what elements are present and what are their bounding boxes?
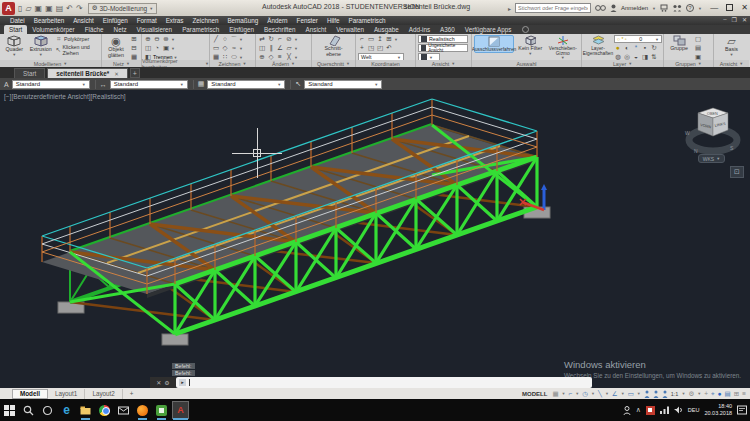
green-app-button[interactable] bbox=[152, 400, 171, 420]
hatch-icon[interactable]: ▦ bbox=[212, 53, 220, 60]
group-select-icon[interactable]: ▣ bbox=[694, 53, 702, 60]
ribbon-tab-netz[interactable]: Netz bbox=[109, 25, 132, 34]
chevron-down-icon[interactable]: ▼ bbox=[575, 391, 579, 396]
chevron-down-icon[interactable]: ▼ bbox=[681, 391, 685, 396]
panel-label-querschnitt[interactable]: Querschnitt ▼ bbox=[312, 60, 355, 67]
new-layout-button[interactable]: + bbox=[123, 389, 141, 399]
edge-button[interactable]: e bbox=[57, 400, 76, 420]
chevron-down-icon[interactable]: ▼ bbox=[621, 391, 625, 396]
panel-label-layer[interactable]: Layer ▼ bbox=[582, 60, 663, 67]
wrench-icon[interactable]: ⚙ bbox=[164, 379, 169, 386]
text-style-icon[interactable]: A bbox=[4, 81, 9, 88]
menu-bearbeiten[interactable]: Bearbeiten bbox=[34, 17, 64, 24]
people-icon[interactable] bbox=[623, 406, 631, 415]
menu-ansicht[interactable]: Ansicht bbox=[73, 17, 94, 24]
annotation-scale-person-icon[interactable] bbox=[662, 390, 668, 398]
panel-label-koordinaten[interactable]: Koordinaten bbox=[356, 60, 415, 67]
layer-freeze-icon[interactable]: * bbox=[632, 44, 640, 52]
layer-walk-icon[interactable]: ◎ bbox=[623, 53, 631, 60]
tray-app-icon[interactable] bbox=[646, 406, 655, 415]
wks-dropdown[interactable]: WKS ▼ bbox=[698, 154, 725, 163]
close-button[interactable]: ✕ bbox=[741, 3, 748, 12]
mleader-style-combo[interactable]: Standard ▼ bbox=[304, 80, 382, 89]
new-file-icon[interactable]: ▯ bbox=[18, 4, 22, 13]
undo-icon[interactable]: ↶ bbox=[66, 4, 73, 13]
menu-zeichnen[interactable]: Zeichnen bbox=[193, 17, 219, 24]
layer-isolate-icon[interactable]: ◐ bbox=[623, 44, 631, 52]
layer-on-icon[interactable]: ● bbox=[614, 44, 622, 52]
ucs-origin-icon[interactable]: + bbox=[358, 44, 366, 52]
dimension-style-icon[interactable]: ↔ bbox=[100, 81, 107, 88]
menu-extras[interactable]: Extras bbox=[166, 17, 184, 24]
stretch-icon[interactable]: ⊕ bbox=[258, 53, 266, 60]
drawing-canvas[interactable]: [−][Benutzerdefinierte Ansicht][Realisti… bbox=[0, 90, 750, 388]
ucs-face-icon[interactable]: ◳ bbox=[367, 44, 375, 52]
polykoerper-button[interactable]: ⌗ Polykörper bbox=[55, 35, 99, 43]
layer-combo[interactable]: ○ * ▫ 0 ▼ bbox=[614, 35, 662, 43]
file-tab-start[interactable]: Start bbox=[14, 68, 45, 78]
schnittebene-button[interactable]: Schnitt- ebene bbox=[319, 35, 349, 57]
start-button[interactable] bbox=[0, 400, 19, 420]
panel-label-zeichnen[interactable]: Zeichnen ▼ bbox=[210, 60, 255, 67]
smooth-less-icon[interactable]: ⊟ bbox=[130, 44, 138, 52]
ucs-icon[interactable]: ⌐ bbox=[358, 35, 366, 43]
hardware-acceleration-icon[interactable]: ▤ bbox=[725, 390, 731, 398]
fillet-edge-icon[interactable]: ◔ bbox=[153, 44, 161, 52]
menu-bemassung[interactable]: Bemaßung bbox=[227, 17, 258, 24]
chevron-down-icon[interactable]: ▼ bbox=[698, 6, 702, 11]
basis-button[interactable]: ▱ Basis ▼ bbox=[719, 35, 745, 57]
action-center-icon[interactable] bbox=[737, 405, 747, 415]
panel-label-volumen[interactable]: Volumenkörper bearbeiten ▼ bbox=[142, 60, 209, 67]
ungroup-icon[interactable]: ▢ bbox=[694, 35, 702, 43]
doc-restore-button[interactable]: ❐ bbox=[732, 16, 737, 23]
panel-label-auswahl[interactable]: Auswahl bbox=[472, 60, 581, 67]
ellipse-icon[interactable]: ⬭ bbox=[230, 53, 238, 60]
ribbon-tab-addins[interactable]: Add-ins bbox=[404, 25, 435, 34]
binoculars-search-icon[interactable] bbox=[595, 4, 606, 12]
show-hidden-icons-chevron[interactable]: ∧ bbox=[636, 406, 641, 414]
refine-mesh-icon[interactable]: ▦ bbox=[130, 53, 138, 60]
panel-label-aendern[interactable]: Ändern ▼ bbox=[256, 60, 311, 67]
fillet-icon[interactable]: ∠ bbox=[276, 44, 284, 52]
ribbon-tab-ausgabe[interactable]: Ausgabe bbox=[369, 25, 404, 34]
annotation-visibility-icon[interactable] bbox=[644, 390, 650, 398]
table-style-icon[interactable]: ▦ bbox=[198, 80, 205, 88]
trim-icon[interactable]: ⌐ bbox=[276, 35, 284, 43]
mirror-icon[interactable]: ∥ bbox=[267, 44, 275, 52]
text-style-combo[interactable]: Standard ▼ bbox=[12, 80, 90, 89]
network-icon[interactable] bbox=[660, 406, 669, 414]
ucs-z-axis-icon[interactable]: ↥ bbox=[376, 35, 384, 43]
doc-minimize-button[interactable]: ‒ bbox=[723, 16, 726, 23]
intersect-icon[interactable]: ⊗ bbox=[162, 35, 170, 43]
plot-icon[interactable]: ▤ bbox=[56, 4, 64, 13]
ucs-named-icon[interactable]: ▭ bbox=[367, 35, 375, 43]
point-icon[interactable]: ∷ bbox=[221, 53, 229, 60]
ribbon-tab-verfuegbare-apps[interactable]: Verfügbare Apps bbox=[460, 25, 517, 34]
collapse-arrow-icon[interactable]: ▸ bbox=[508, 5, 511, 12]
extrusion-button[interactable]: Extrusion ▼ bbox=[28, 35, 52, 57]
circle-icon[interactable]: ○ bbox=[221, 35, 229, 43]
maximize-button[interactable] bbox=[726, 4, 733, 11]
menu-aendern[interactable]: Ändern bbox=[267, 17, 287, 24]
command-input[interactable]: ▸ bbox=[176, 377, 592, 388]
annotation-scale-value[interactable]: 1:1 bbox=[671, 391, 679, 397]
save-icon[interactable]: ▣ bbox=[35, 4, 43, 13]
ribbon-tab-a360[interactable]: A360 bbox=[435, 25, 460, 34]
layer-sort-icon[interactable]: ⇅ bbox=[650, 53, 658, 60]
autocad-app-menu-icon[interactable]: A bbox=[2, 2, 15, 15]
snap-mode-icon[interactable]: ⌐ bbox=[569, 390, 573, 397]
ribbon-tab-ansicht[interactable]: Ansicht bbox=[301, 25, 332, 34]
panel-label-modellieren[interactable]: Modellieren ▼ bbox=[0, 60, 101, 67]
viewport-config-combo[interactable]: ▼ bbox=[418, 53, 440, 60]
workspace-dropdown[interactable]: ⚙ 3D-Modellierung ▼ bbox=[88, 3, 158, 14]
group-edit-icon[interactable]: ▤ bbox=[694, 44, 702, 52]
copy-icon[interactable]: ◫ bbox=[258, 44, 266, 52]
erase-icon[interactable]: ⊘ bbox=[285, 35, 293, 43]
menu-parametrisch[interactable]: Parametrisch bbox=[349, 17, 386, 24]
panel-label-gruppen[interactable]: Gruppen ▼ bbox=[664, 60, 713, 67]
line-icon[interactable]: ╱ bbox=[212, 35, 220, 43]
verschieben-gizmo-button[interactable]: Verschieben- Gizmo ▼ bbox=[547, 35, 579, 60]
close-icon[interactable]: ✕ bbox=[156, 379, 161, 386]
scale-icon[interactable]: ◇ bbox=[267, 53, 275, 60]
menu-format[interactable]: Format bbox=[137, 17, 157, 24]
